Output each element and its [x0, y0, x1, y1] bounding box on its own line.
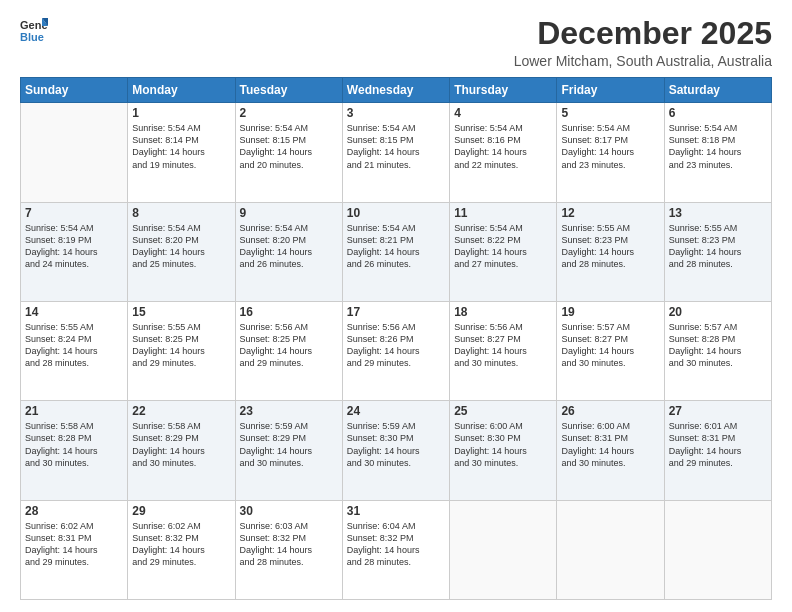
day-info: Sunrise: 6:01 AM Sunset: 8:31 PM Dayligh… [669, 420, 767, 469]
table-row: 17Sunrise: 5:56 AM Sunset: 8:26 PM Dayli… [342, 301, 449, 400]
month-title: December 2025 [514, 16, 772, 51]
table-row: 18Sunrise: 5:56 AM Sunset: 8:27 PM Dayli… [450, 301, 557, 400]
header: General Blue December 2025 Lower Mitcham… [20, 16, 772, 69]
table-row: 19Sunrise: 5:57 AM Sunset: 8:27 PM Dayli… [557, 301, 664, 400]
table-row: 12Sunrise: 5:55 AM Sunset: 8:23 PM Dayli… [557, 202, 664, 301]
day-info: Sunrise: 5:54 AM Sunset: 8:22 PM Dayligh… [454, 222, 552, 271]
day-info: Sunrise: 5:54 AM Sunset: 8:16 PM Dayligh… [454, 122, 552, 171]
day-number: 9 [240, 206, 338, 220]
table-row: 2Sunrise: 5:54 AM Sunset: 8:15 PM Daylig… [235, 103, 342, 202]
table-row: 14Sunrise: 5:55 AM Sunset: 8:24 PM Dayli… [21, 301, 128, 400]
day-number: 18 [454, 305, 552, 319]
day-number: 17 [347, 305, 445, 319]
day-info: Sunrise: 5:54 AM Sunset: 8:15 PM Dayligh… [347, 122, 445, 171]
day-number: 11 [454, 206, 552, 220]
day-number: 22 [132, 404, 230, 418]
table-row: 24Sunrise: 5:59 AM Sunset: 8:30 PM Dayli… [342, 401, 449, 500]
calendar-week-row: 14Sunrise: 5:55 AM Sunset: 8:24 PM Dayli… [21, 301, 772, 400]
day-info: Sunrise: 5:57 AM Sunset: 8:27 PM Dayligh… [561, 321, 659, 370]
day-info: Sunrise: 5:58 AM Sunset: 8:28 PM Dayligh… [25, 420, 123, 469]
calendar-week-row: 28Sunrise: 6:02 AM Sunset: 8:31 PM Dayli… [21, 500, 772, 599]
table-row: 15Sunrise: 5:55 AM Sunset: 8:25 PM Dayli… [128, 301, 235, 400]
day-number: 5 [561, 106, 659, 120]
day-info: Sunrise: 6:02 AM Sunset: 8:32 PM Dayligh… [132, 520, 230, 569]
table-row: 3Sunrise: 5:54 AM Sunset: 8:15 PM Daylig… [342, 103, 449, 202]
table-row: 28Sunrise: 6:02 AM Sunset: 8:31 PM Dayli… [21, 500, 128, 599]
day-number: 2 [240, 106, 338, 120]
day-number: 6 [669, 106, 767, 120]
table-row: 4Sunrise: 5:54 AM Sunset: 8:16 PM Daylig… [450, 103, 557, 202]
table-row [450, 500, 557, 599]
day-number: 27 [669, 404, 767, 418]
day-info: Sunrise: 6:04 AM Sunset: 8:32 PM Dayligh… [347, 520, 445, 569]
calendar-week-row: 7Sunrise: 5:54 AM Sunset: 8:19 PM Daylig… [21, 202, 772, 301]
day-number: 16 [240, 305, 338, 319]
header-thursday: Thursday [450, 78, 557, 103]
table-row: 31Sunrise: 6:04 AM Sunset: 8:32 PM Dayli… [342, 500, 449, 599]
day-info: Sunrise: 5:54 AM Sunset: 8:17 PM Dayligh… [561, 122, 659, 171]
day-number: 30 [240, 504, 338, 518]
day-info: Sunrise: 6:00 AM Sunset: 8:30 PM Dayligh… [454, 420, 552, 469]
table-row: 21Sunrise: 5:58 AM Sunset: 8:28 PM Dayli… [21, 401, 128, 500]
day-info: Sunrise: 5:56 AM Sunset: 8:27 PM Dayligh… [454, 321, 552, 370]
day-info: Sunrise: 5:59 AM Sunset: 8:29 PM Dayligh… [240, 420, 338, 469]
day-info: Sunrise: 5:58 AM Sunset: 8:29 PM Dayligh… [132, 420, 230, 469]
table-row: 27Sunrise: 6:01 AM Sunset: 8:31 PM Dayli… [664, 401, 771, 500]
day-number: 1 [132, 106, 230, 120]
table-row: 5Sunrise: 5:54 AM Sunset: 8:17 PM Daylig… [557, 103, 664, 202]
table-row: 30Sunrise: 6:03 AM Sunset: 8:32 PM Dayli… [235, 500, 342, 599]
day-number: 3 [347, 106, 445, 120]
header-sunday: Sunday [21, 78, 128, 103]
location-subtitle: Lower Mitcham, South Australia, Australi… [514, 53, 772, 69]
day-number: 19 [561, 305, 659, 319]
table-row: 16Sunrise: 5:56 AM Sunset: 8:25 PM Dayli… [235, 301, 342, 400]
day-number: 12 [561, 206, 659, 220]
day-info: Sunrise: 5:54 AM Sunset: 8:21 PM Dayligh… [347, 222, 445, 271]
table-row: 29Sunrise: 6:02 AM Sunset: 8:32 PM Dayli… [128, 500, 235, 599]
table-row [664, 500, 771, 599]
day-number: 28 [25, 504, 123, 518]
table-row: 9Sunrise: 5:54 AM Sunset: 8:20 PM Daylig… [235, 202, 342, 301]
day-number: 4 [454, 106, 552, 120]
day-number: 15 [132, 305, 230, 319]
day-number: 25 [454, 404, 552, 418]
day-number: 29 [132, 504, 230, 518]
calendar-week-row: 1Sunrise: 5:54 AM Sunset: 8:14 PM Daylig… [21, 103, 772, 202]
logo-icon: General Blue [20, 16, 48, 44]
day-info: Sunrise: 5:54 AM Sunset: 8:19 PM Dayligh… [25, 222, 123, 271]
header-wednesday: Wednesday [342, 78, 449, 103]
table-row: 23Sunrise: 5:59 AM Sunset: 8:29 PM Dayli… [235, 401, 342, 500]
weekday-header-row: Sunday Monday Tuesday Wednesday Thursday… [21, 78, 772, 103]
day-number: 8 [132, 206, 230, 220]
table-row: 22Sunrise: 5:58 AM Sunset: 8:29 PM Dayli… [128, 401, 235, 500]
page: General Blue December 2025 Lower Mitcham… [0, 0, 792, 612]
day-info: Sunrise: 5:54 AM Sunset: 8:20 PM Dayligh… [240, 222, 338, 271]
table-row: 10Sunrise: 5:54 AM Sunset: 8:21 PM Dayli… [342, 202, 449, 301]
table-row: 6Sunrise: 5:54 AM Sunset: 8:18 PM Daylig… [664, 103, 771, 202]
header-monday: Monday [128, 78, 235, 103]
table-row: 13Sunrise: 5:55 AM Sunset: 8:23 PM Dayli… [664, 202, 771, 301]
day-info: Sunrise: 5:55 AM Sunset: 8:24 PM Dayligh… [25, 321, 123, 370]
day-number: 24 [347, 404, 445, 418]
day-info: Sunrise: 6:02 AM Sunset: 8:31 PM Dayligh… [25, 520, 123, 569]
day-number: 13 [669, 206, 767, 220]
day-number: 31 [347, 504, 445, 518]
table-row: 7Sunrise: 5:54 AM Sunset: 8:19 PM Daylig… [21, 202, 128, 301]
calendar-week-row: 21Sunrise: 5:58 AM Sunset: 8:28 PM Dayli… [21, 401, 772, 500]
calendar-table: Sunday Monday Tuesday Wednesday Thursday… [20, 77, 772, 600]
logo: General Blue [20, 16, 50, 44]
day-info: Sunrise: 5:56 AM Sunset: 8:25 PM Dayligh… [240, 321, 338, 370]
day-info: Sunrise: 5:57 AM Sunset: 8:28 PM Dayligh… [669, 321, 767, 370]
day-number: 20 [669, 305, 767, 319]
day-info: Sunrise: 6:00 AM Sunset: 8:31 PM Dayligh… [561, 420, 659, 469]
day-info: Sunrise: 5:56 AM Sunset: 8:26 PM Dayligh… [347, 321, 445, 370]
day-number: 14 [25, 305, 123, 319]
table-row: 26Sunrise: 6:00 AM Sunset: 8:31 PM Dayli… [557, 401, 664, 500]
table-row: 11Sunrise: 5:54 AM Sunset: 8:22 PM Dayli… [450, 202, 557, 301]
svg-text:Blue: Blue [20, 31, 44, 43]
day-number: 10 [347, 206, 445, 220]
day-number: 7 [25, 206, 123, 220]
header-saturday: Saturday [664, 78, 771, 103]
table-row: 20Sunrise: 5:57 AM Sunset: 8:28 PM Dayli… [664, 301, 771, 400]
day-info: Sunrise: 5:55 AM Sunset: 8:23 PM Dayligh… [561, 222, 659, 271]
